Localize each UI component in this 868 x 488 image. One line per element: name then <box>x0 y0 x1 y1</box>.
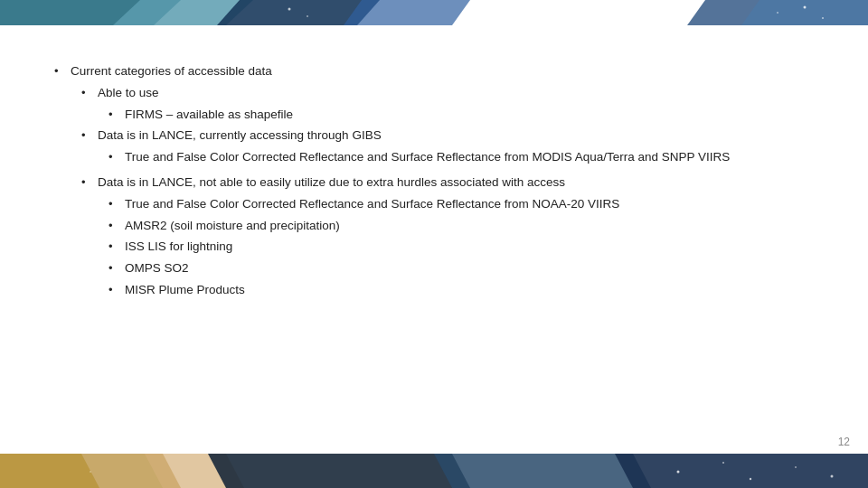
bottom-decorative-bar <box>0 454 868 488</box>
svg-point-22 <box>90 471 91 473</box>
bullet-dot: • <box>81 173 98 192</box>
level2-text-1: Able to use <box>98 83 814 103</box>
bullet-dot: • <box>108 216 125 236</box>
svg-point-19 <box>750 478 751 480</box>
list-item-level3-3: • True and False Color Corrected Reflect… <box>54 194 814 214</box>
bullet-dot: • <box>108 194 125 214</box>
svg-point-21 <box>831 475 834 478</box>
level3-text-5: ISS LIS for lightning <box>125 237 814 257</box>
bullet-dot: • <box>108 258 125 278</box>
svg-point-10 <box>777 12 778 14</box>
level1-text-1: Current categories of accessible data <box>71 61 814 81</box>
svg-point-17 <box>677 471 680 474</box>
svg-marker-16 <box>615 454 868 488</box>
list-item-level2-3: • Data is in LANCE, not able to easily u… <box>54 173 814 192</box>
bullet-dot: • <box>108 105 125 125</box>
level3-text-2: True and False Color Corrected Reflectan… <box>125 147 814 167</box>
bullet-dot: • <box>108 280 125 300</box>
svg-marker-14 <box>208 454 470 488</box>
bullet-dot: • <box>81 126 98 145</box>
list-item-level2-1: • Able to use <box>54 83 814 103</box>
level3-text-4: AMSR2 (soil moisture and precipitation) <box>125 216 814 236</box>
svg-point-7 <box>307 15 308 17</box>
list-item-level3-6: • OMPS SO2 <box>54 258 814 278</box>
svg-point-8 <box>804 6 807 9</box>
list-item-level3-4: • AMSR2 (soil moisture and precipitation… <box>54 216 814 236</box>
level3-text-1: FIRMS – available as shapefile <box>125 105 814 125</box>
slide-content: • Current categories of accessible data … <box>0 25 868 454</box>
list-item-level3-5: • ISS LIS for lightning <box>54 237 814 257</box>
list-item-level1-1: • Current categories of accessible data <box>54 61 814 81</box>
svg-point-20 <box>795 466 797 468</box>
svg-point-9 <box>822 17 824 19</box>
level2-text-3: Data is in LANCE, not able to easily uti… <box>98 173 814 192</box>
level3-text-7: MISR Plume Products <box>125 280 814 300</box>
top-decorative-bar <box>0 0 868 25</box>
svg-point-18 <box>722 462 724 464</box>
list-item-level3-7: • MISR Plume Products <box>54 280 814 300</box>
bullet-dot: • <box>81 83 98 103</box>
svg-point-6 <box>288 8 291 11</box>
level3-text-3: True and False Color Corrected Reflectan… <box>125 194 814 214</box>
level2-text-2: Data is in LANCE, currently accessing th… <box>98 126 814 145</box>
list-item-level2-2: • Data is in LANCE, currently accessing … <box>54 126 814 145</box>
bullet-dot: • <box>108 147 125 167</box>
svg-marker-5 <box>741 0 868 25</box>
svg-marker-3 <box>344 0 470 25</box>
list-item-level3-1: • FIRMS – available as shapefile <box>54 105 814 125</box>
list-item-level3-2: • True and False Color Corrected Reflect… <box>54 147 814 167</box>
bullet-dot: • <box>108 237 125 257</box>
bullet-dot: • <box>54 61 71 81</box>
page-number: 12 <box>838 436 850 448</box>
level3-text-6: OMPS SO2 <box>125 258 814 278</box>
